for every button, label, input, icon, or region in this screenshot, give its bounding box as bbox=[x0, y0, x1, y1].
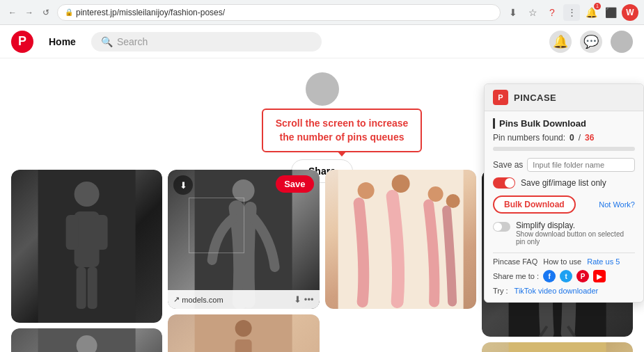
svg-rect-14 bbox=[235, 339, 252, 352]
user-avatar[interactable] bbox=[611, 31, 633, 53]
svg-rect-4 bbox=[95, 215, 108, 250]
pin-separator: / bbox=[579, 133, 581, 143]
lock-icon: 🔒 bbox=[65, 8, 73, 16]
address-bar[interactable]: 🔒 pinterest.jp/missleilanijoy/fashion-po… bbox=[57, 4, 501, 21]
toggle-thumb bbox=[505, 178, 515, 188]
rate-link[interactable]: Rate us 5 bbox=[587, 257, 620, 266]
pinterest-logo[interactable]: P bbox=[11, 31, 33, 53]
svg-point-11 bbox=[233, 179, 255, 202]
bulk-download-button[interactable]: Bulk Download bbox=[493, 195, 576, 214]
toggle-label: Save gif/image list only bbox=[521, 178, 606, 188]
svg-point-17 bbox=[391, 175, 409, 193]
pin-card-7 bbox=[482, 342, 633, 352]
browser-chrome: ← → ↺ 🔒 pinterest.jp/missleilanijoy/fash… bbox=[0, 0, 644, 25]
pincase-popup: P PINCASE Pins Bulk Download Pin numbers… bbox=[484, 83, 644, 303]
pin-download-small-2[interactable]: ⬇ bbox=[294, 294, 301, 305]
pinterest-nav: P Home 🔍 Search 🔔 💬 bbox=[0, 25, 644, 58]
pin-image-7 bbox=[482, 342, 633, 352]
search-icon: 🔍 bbox=[101, 36, 113, 47]
pin-save-button-2[interactable]: Save bbox=[276, 175, 313, 193]
forward-button[interactable]: → bbox=[22, 6, 36, 19]
pin-col-1 bbox=[11, 170, 162, 352]
simplify-text-block: Simplify display. Show download button o… bbox=[516, 221, 635, 246]
pin-svg-3 bbox=[325, 170, 476, 309]
pincase-body: Pins Bulk Download Pin numbers found: 0 … bbox=[485, 111, 643, 302]
folder-input[interactable] bbox=[527, 158, 635, 172]
pin-card-3 bbox=[325, 170, 476, 309]
toggle-row: Save gif/image list only bbox=[493, 177, 635, 189]
simplify-thumb bbox=[494, 223, 502, 231]
pin-card-1 bbox=[11, 170, 162, 323]
nav-home[interactable]: Home bbox=[42, 32, 83, 51]
help-button[interactable]: ? bbox=[544, 4, 560, 21]
browser-actions: ⬇ ☆ ? ⋮ 🔔 1 ⬛ W bbox=[505, 4, 638, 21]
pin-image-1 bbox=[11, 170, 162, 323]
progress-bar bbox=[493, 147, 635, 151]
simplify-toggle[interactable] bbox=[493, 222, 510, 232]
simplify-sub: Show download button on selected pin onl… bbox=[516, 230, 635, 246]
svg-point-16 bbox=[357, 182, 374, 199]
not-work-link[interactable]: Not Work? bbox=[599, 200, 635, 209]
annotation-box: Scroll the screen to increase the number… bbox=[262, 109, 422, 152]
arrow-icon: ↗ bbox=[173, 295, 180, 304]
pin-image-6 bbox=[168, 314, 319, 352]
download-browser-button[interactable]: ⬇ bbox=[505, 4, 521, 21]
pin-card-5 bbox=[11, 328, 162, 352]
refresh-button[interactable]: ↺ bbox=[39, 6, 53, 19]
svg-point-13 bbox=[235, 320, 252, 337]
pin-card-2: Save ⬇ ↗ models.com ⬇ ••• bbox=[168, 170, 319, 309]
pin-more-2[interactable]: ••• bbox=[304, 294, 314, 305]
pincase-section-title: Pins Bulk Download bbox=[493, 118, 635, 129]
svg-point-1 bbox=[74, 182, 100, 207]
simplify-label: Simplify display. bbox=[516, 221, 635, 230]
pin-footer-2: ↗ models.com ⬇ ••• bbox=[168, 290, 319, 309]
pin-col-2: Save ⬇ ↗ models.com ⬇ ••• bbox=[168, 170, 319, 352]
try-label: Try : bbox=[493, 287, 508, 295]
pin-svg-5 bbox=[11, 328, 162, 352]
share-label: Share me to : bbox=[493, 272, 539, 280]
pin-label: Pin numbers found: bbox=[493, 133, 565, 143]
divider-1 bbox=[493, 253, 635, 253]
message-icon[interactable]: 💬 bbox=[580, 31, 602, 53]
extension-icon[interactable]: ⋮ bbox=[563, 4, 580, 21]
simplify-row: Simplify display. Show download button o… bbox=[493, 221, 635, 246]
share-row: Share me to : f t P ▶ bbox=[493, 270, 635, 282]
gif-toggle[interactable] bbox=[493, 177, 515, 189]
pin-image-5 bbox=[11, 328, 162, 352]
tiktok-link[interactable]: TikTok video downloader bbox=[515, 287, 599, 295]
svg-rect-6 bbox=[88, 267, 97, 309]
pinterest-social-icon[interactable]: P bbox=[576, 270, 589, 282]
svg-rect-5 bbox=[77, 267, 86, 309]
source-text-2: models.com bbox=[182, 296, 223, 304]
pin-svg-6 bbox=[168, 314, 319, 352]
pin-source-2: ↗ models.com bbox=[173, 295, 223, 304]
svg-point-18 bbox=[427, 186, 443, 202]
pin-found: 0 bbox=[570, 133, 574, 143]
annotation-text: Scroll the screen to increase the number… bbox=[276, 118, 409, 143]
url-text: pinterest.jp/missleilanijoy/fashion-pose… bbox=[76, 8, 225, 17]
bell-container: 🔔 1 bbox=[583, 4, 599, 21]
bulk-download-row: Bulk Download Not Work? bbox=[493, 195, 635, 214]
pin-svg-1 bbox=[11, 170, 162, 323]
search-text: Search bbox=[117, 36, 148, 47]
notification-icon[interactable]: 🔔 bbox=[549, 31, 572, 53]
faq-link[interactable]: Pincase FAQ bbox=[493, 257, 537, 266]
twitter-icon[interactable]: t bbox=[560, 270, 572, 282]
pin-image-3 bbox=[325, 170, 476, 309]
pinterest-content: Leilani Jay Art 1.7k followers F Share bbox=[0, 58, 644, 352]
sidebar-button[interactable]: ⬛ bbox=[602, 4, 619, 21]
pin-total: 36 bbox=[585, 133, 594, 143]
pin-svg-7 bbox=[482, 342, 633, 352]
nav-search[interactable]: 🔍 Search bbox=[91, 32, 322, 51]
save-as-label: Save as bbox=[493, 160, 523, 170]
back-button[interactable]: ← bbox=[6, 6, 19, 19]
pin-actions-2: ⬇ ••• bbox=[294, 294, 314, 305]
bookmark-button[interactable]: ☆ bbox=[524, 4, 541, 21]
facebook-icon[interactable]: f bbox=[543, 270, 556, 282]
profile-circle[interactable]: W bbox=[622, 4, 638, 21]
youtube-icon[interactable]: ▶ bbox=[593, 270, 606, 282]
how-link[interactable]: How to use bbox=[543, 257, 581, 266]
pincase-header: P PINCASE bbox=[485, 84, 643, 111]
profile-avatar bbox=[306, 72, 339, 106]
pin-card-6 bbox=[168, 314, 319, 352]
